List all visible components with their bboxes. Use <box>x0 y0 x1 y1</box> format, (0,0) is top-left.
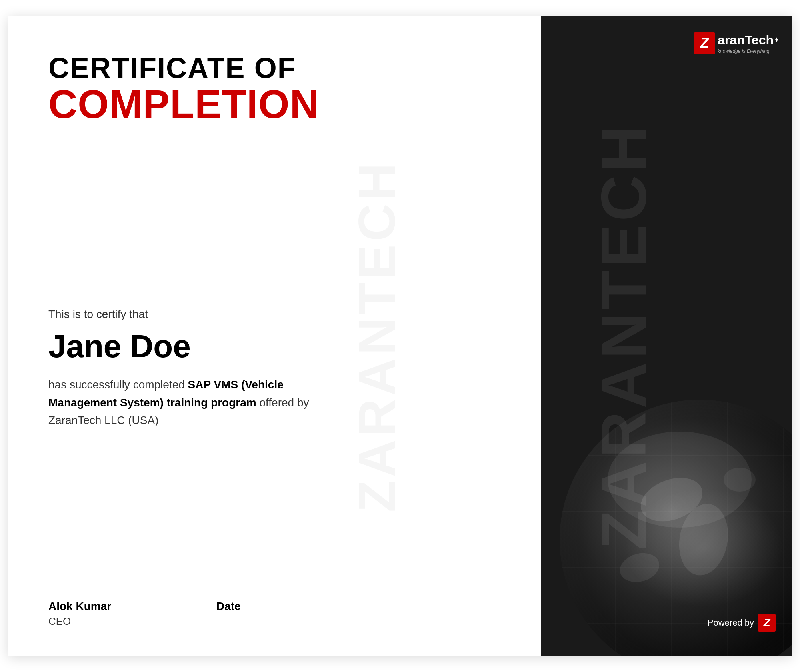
certificate-container: ZARANTECH CERTIFICATE OF COMPLETION This… <box>8 16 792 656</box>
logo-aran: aran <box>718 33 745 48</box>
date-label: Date <box>216 600 304 613</box>
certificate-decorative-panel: ZARANTECH Z aranTech✦ knowledge is Every… <box>541 16 792 656</box>
powered-z-letter: Z <box>763 617 770 628</box>
certificate-body: This is to certify that Jane Doe has suc… <box>48 136 509 578</box>
powered-by-text: Powered by <box>708 618 754 628</box>
powered-by-section: Powered by Z <box>708 614 776 632</box>
certificate-title-line2: COMPLETION <box>48 84 509 124</box>
certificate-content-panel: ZARANTECH CERTIFICATE OF COMPLETION This… <box>8 16 541 656</box>
powered-z-box: Z <box>758 614 776 632</box>
certify-intro-text: This is to certify that <box>48 308 509 321</box>
certificate-footer: Alok Kumar CEO Date <box>48 578 509 628</box>
antenna-icon: ✦ <box>774 36 780 44</box>
completion-prefix: has successfully completed <box>48 378 188 391</box>
zarantech-logo: Z aranTech✦ knowledge is Everything <box>694 32 780 54</box>
logo-text-part: aranTech✦ knowledge is Everything <box>718 33 780 54</box>
logo-container: Z aranTech✦ knowledge is Everything <box>694 32 780 54</box>
date-block: Date <box>216 594 304 613</box>
certificate-title-line1: CERTIFICATE OF <box>48 52 509 84</box>
signatory-title: CEO <box>48 615 136 628</box>
recipient-name: Jane Doe <box>48 329 509 364</box>
logo-z-box: Z <box>694 32 715 54</box>
signature-line <box>48 594 136 594</box>
globe-highlight <box>624 488 784 608</box>
signatory-name: Alok Kumar <box>48 600 136 613</box>
signature-block: Alok Kumar CEO <box>48 594 136 628</box>
certificate-header: CERTIFICATE OF COMPLETION <box>48 52 509 124</box>
date-line <box>216 594 304 594</box>
logo-tech: Tech <box>745 33 774 48</box>
completion-description: has successfully completed SAP VMS (Vehi… <box>48 376 320 430</box>
logo-z-letter: Z <box>700 36 709 50</box>
logo-tagline: knowledge is Everything <box>718 48 780 54</box>
